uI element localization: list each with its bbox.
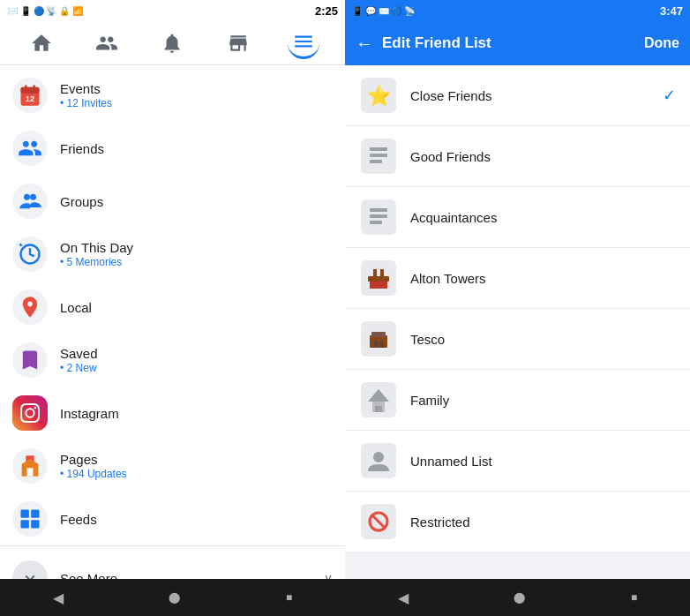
onthisday-label: On This Day	[60, 240, 133, 255]
local-icon	[12, 289, 48, 325]
svg-rect-13	[21, 520, 29, 528]
friends-text: Friends	[60, 141, 104, 156]
friend-list-item-alton-towers[interactable]: Alton Towers	[345, 248, 690, 309]
onthisday-sub: 5 Memories	[60, 256, 133, 268]
menu-list: 12 Events 12 Invites Friends Groups	[0, 65, 345, 616]
svg-rect-27	[368, 276, 389, 282]
close-friends-icon: ⭐	[359, 76, 398, 115]
restricted-icon	[359, 502, 398, 541]
nav-home-left[interactable]: ⬤	[161, 584, 187, 611]
menu-item-events[interactable]: 12 Events 12 Invites	[0, 69, 345, 122]
svg-rect-31	[370, 335, 387, 348]
nav-friends[interactable]	[91, 27, 123, 59]
alton-towers-name: Alton Towers	[410, 271, 676, 286]
nav-home-right[interactable]: ⬤	[506, 584, 532, 611]
local-text: Local	[60, 300, 92, 315]
done-button[interactable]: Done	[644, 35, 679, 51]
svg-rect-33	[374, 341, 378, 348]
unnamed-list-name: Unnamed List	[410, 454, 676, 469]
svg-rect-34	[379, 341, 383, 348]
tesco-name: Tesco	[410, 332, 676, 347]
feeds-icon	[12, 501, 48, 537]
svg-text:12: 12	[26, 94, 34, 103]
svg-rect-32	[371, 332, 386, 337]
friend-list: ⭐ Close Friends ✓ Good Friends Acquainta…	[345, 65, 690, 552]
events-text: Events 12 Invites	[60, 81, 112, 109]
saved-icon	[12, 342, 48, 378]
left-panel: ✉️ 📱 🔵 📡 🔒 📶 2:25 12 Events	[0, 0, 345, 616]
svg-rect-28	[373, 269, 377, 280]
feeds-label: Feeds	[60, 512, 97, 527]
feeds-text: Feeds	[60, 512, 97, 527]
friend-list-item-tesco[interactable]: Tesco	[345, 309, 690, 370]
events-icon: 12	[12, 78, 48, 113]
alton-towers-icon	[359, 259, 398, 297]
family-name: Family	[410, 393, 676, 408]
svg-rect-12	[31, 510, 39, 518]
svg-rect-10	[27, 468, 34, 476]
family-icon	[359, 380, 398, 419]
svg-rect-20	[370, 160, 382, 163]
friends-label: Friends	[60, 141, 104, 156]
pages-text: Pages 194 Updates	[60, 452, 127, 480]
svg-rect-1	[21, 87, 40, 94]
nav-bell[interactable]	[156, 27, 188, 59]
status-bar-left: ✉️ 📱 🔵 📡 🔒 📶 2:25	[0, 0, 345, 21]
menu-item-feeds[interactable]: Feeds	[0, 492, 345, 545]
local-label: Local	[60, 300, 92, 315]
svg-rect-38	[375, 406, 382, 412]
bottom-navigation: ◀ ⬤ ■ ◀ ⬤ ■	[0, 579, 690, 616]
back-button[interactable]: ←	[356, 34, 373, 54]
acquaintances-name: Acquaintances	[410, 210, 676, 225]
menu-item-saved[interactable]: Saved 2 New	[0, 334, 345, 387]
svg-rect-3	[34, 85, 35, 89]
svg-rect-2	[25, 85, 26, 89]
acquaintances-icon	[359, 198, 398, 237]
svg-rect-22	[370, 208, 387, 212]
menu-item-onthisday[interactable]: On This Day 5 Memories	[0, 228, 345, 281]
nav-bar-left	[0, 21, 345, 65]
events-sub: 12 Invites	[60, 97, 112, 109]
nav-square-left[interactable]: ■	[279, 584, 299, 611]
friend-list-item-good-friends[interactable]: Good Friends	[345, 126, 690, 187]
groups-icon	[12, 184, 48, 219]
menu-item-friends[interactable]: Friends	[0, 122, 345, 175]
nav-square-right[interactable]: ■	[624, 584, 644, 611]
close-friends-name: Close Friends	[410, 88, 650, 103]
svg-rect-29	[380, 269, 384, 280]
saved-text: Saved 2 New	[60, 346, 98, 374]
friend-list-item-acquaintances[interactable]: Acquaintances	[345, 187, 690, 248]
nav-home[interactable]	[26, 27, 57, 59]
close-friends-check: ✓	[663, 86, 676, 105]
friend-list-item-family[interactable]: Family	[345, 370, 690, 431]
edit-friend-list-title: Edit Friend List	[382, 34, 491, 52]
svg-rect-14	[31, 520, 39, 528]
instagram-text: Instagram	[60, 406, 119, 421]
menu-item-local[interactable]: Local	[0, 281, 345, 334]
friend-list-item-unnamed[interactable]: Unnamed List	[345, 431, 690, 492]
status-icons-left: ✉️ 📱 🔵 📡 🔒 📶	[7, 6, 83, 16]
friend-list-item-restricted[interactable]: Restricted	[345, 492, 690, 552]
pages-label: Pages	[60, 452, 127, 467]
pages-icon	[12, 448, 48, 484]
svg-point-5	[24, 194, 30, 200]
time-right: 3:47	[660, 4, 683, 18]
onthisday-icon	[12, 237, 48, 272]
good-friends-name: Good Friends	[410, 149, 676, 164]
status-icons-right: 📱 💬 ✉️ 🔵 📡	[352, 6, 415, 16]
menu-item-groups[interactable]: Groups	[0, 175, 345, 228]
friend-list-item-close-friends[interactable]: ⭐ Close Friends ✓	[345, 65, 690, 126]
nav-back-right[interactable]: ◀	[391, 582, 416, 613]
nav-menu[interactable]	[288, 27, 319, 59]
menu-item-instagram[interactable]: Instagram	[0, 387, 345, 439]
nav-store[interactable]	[222, 27, 254, 59]
edit-header: ← Edit Friend List Done	[345, 21, 690, 65]
unnamed-list-icon	[359, 441, 398, 480]
svg-rect-18	[370, 147, 387, 151]
good-friends-icon	[359, 137, 398, 176]
restricted-name: Restricted	[410, 515, 676, 530]
nav-back-left[interactable]: ◀	[46, 582, 71, 613]
time-left: 2:25	[315, 4, 338, 18]
menu-item-pages[interactable]: Pages 194 Updates	[0, 439, 345, 492]
saved-sub: 2 New	[60, 362, 98, 374]
